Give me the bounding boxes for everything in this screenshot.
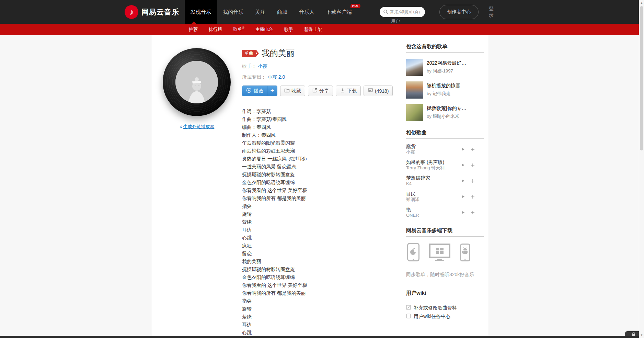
similar-song-artist[interactable]: 小霞 — [406, 149, 459, 155]
add-to-playlist-button[interactable]: + — [267, 86, 277, 96]
iphone-download-icon[interactable] — [407, 243, 419, 263]
similar-songs-section-title: 相似歌曲 — [406, 129, 484, 139]
registered-mark: ® — [242, 26, 244, 30]
similar-song-artist[interactable]: 郑润泽 — [406, 197, 459, 202]
subnav-item-new-album[interactable]: 新碟上架 — [299, 25, 327, 34]
subnav-item-artist[interactable]: 歌手 — [279, 25, 298, 34]
unlock-icon — [632, 333, 635, 336]
share-button[interactable]: 分享 — [308, 86, 333, 96]
comment-bubble-icon — [368, 88, 373, 94]
similar-song-artist[interactable]: Terry Zhong 钟天利… — [406, 165, 459, 171]
wiki-edit-song-info-link[interactable]: 补充或修改歌曲资料 — [406, 304, 484, 312]
top-nav: 发现音乐 我的音乐 关注 商城 音乐人 下载客户端 HOT — [185, 0, 358, 24]
album-link[interactable]: 小霞 2.0 — [267, 74, 285, 80]
edit-document-icon — [406, 305, 411, 311]
play-icon[interactable] — [461, 163, 465, 167]
album-cover-art — [175, 61, 218, 103]
action-buttons: 播放 + 收藏 分享 — [242, 86, 395, 96]
folder-plus-icon — [284, 88, 290, 94]
artist-link[interactable]: 小霞 — [258, 63, 267, 69]
artist-row: 歌手： 小霞 — [242, 63, 395, 69]
music-note-logo-icon: ♪ — [125, 5, 138, 19]
similar-song-title[interactable]: 目民 — [406, 191, 459, 197]
playlist-cover[interactable] — [406, 59, 423, 76]
add-icon[interactable] — [471, 147, 475, 151]
wiki-task-center-link[interactable]: 用户wiki任务中心 — [406, 312, 484, 321]
nav-item-discover[interactable]: 发现音乐 — [185, 0, 217, 24]
similar-song-artist[interactable]: K4 — [406, 181, 459, 187]
generate-external-player-link[interactable]: 生成外链播放器 — [183, 124, 214, 129]
vertical-scrollbar[interactable]: ▲ ▼ — [639, 0, 644, 338]
album-row: 所属专辑： 小霞 2.0 — [242, 74, 395, 80]
login-link[interactable]: 登录 — [489, 5, 495, 19]
similar-song-row: 蠢货 小霞 — [406, 144, 484, 155]
similar-song-artist[interactable]: ONER — [406, 213, 459, 218]
nav-item-download-client[interactable]: 下载客户端 HOT — [320, 0, 358, 24]
creator-center-button[interactable]: 创作者中心 — [439, 5, 479, 19]
nav-item-musician[interactable]: 音乐人 — [293, 0, 320, 24]
player-bar-edge[interactable] — [0, 336, 639, 338]
playlist-author[interactable]: 眼睛小的米米 — [433, 114, 459, 119]
download-icon — [340, 88, 345, 94]
album-disc — [163, 48, 231, 116]
song-credits: 作词：李蘑菇 作曲：李蘑菇/秦四风 编曲：秦四风 制作人：秦四风 — [242, 108, 395, 139]
similar-song-title[interactable]: 如果的事 (男声版) — [406, 159, 459, 165]
scrollbar-down-arrow[interactable]: ▼ — [639, 334, 644, 337]
subnav-item-toplist[interactable]: 排行榜 — [204, 25, 227, 34]
play-icon[interactable] — [461, 195, 465, 199]
sidebar: 包含这首歌的歌单 2022网易云最好… by 阿姨-1997 随机播放的惊喜 b… — [395, 35, 488, 338]
similar-song-row: 艳 ONER — [406, 207, 484, 218]
android-download-icon[interactable] — [460, 244, 470, 263]
playlist-author[interactable]: 阿姨-1997 — [433, 68, 453, 74]
similar-song-title[interactable]: 艳 — [406, 207, 459, 213]
top-header: ♪ 网易云音乐 发现音乐 我的音乐 关注 商城 音乐人 下载客户端 HOT — [0, 0, 639, 24]
play-icon[interactable] — [461, 147, 465, 151]
netease-music-song-page: ♪ 网易云音乐 发现音乐 我的音乐 关注 商城 音乐人 下载客户端 HOT — [0, 0, 644, 338]
comments-button[interactable]: (4918) — [364, 86, 393, 96]
play-icon[interactable] — [461, 211, 465, 214]
play-icon[interactable] — [461, 179, 465, 183]
similar-song-row: 如果的事 (男声版) Terry Zhong 钟天利… — [406, 159, 484, 171]
collect-button[interactable]: 收藏 — [280, 86, 305, 96]
playlist-cover[interactable] — [406, 81, 423, 99]
search-placeholder: 音乐/视频/电台/ — [390, 9, 425, 15]
playlist-title[interactable]: 拯救歌荒|你的专… — [427, 105, 467, 111]
play-button[interactable]: 播放 — [242, 86, 267, 96]
similar-song-row: 目民 郑润泽 — [406, 191, 484, 202]
song-title: 我的美丽 — [262, 48, 295, 58]
playlist-cover[interactable] — [406, 104, 423, 121]
multi-device-download-title: 网易云音乐多端下载 — [406, 227, 484, 237]
scrollbar-thumb[interactable] — [640, 6, 643, 150]
nav-item-store[interactable]: 商城 — [271, 0, 293, 24]
playlist-title[interactable]: 随机播放的惊喜 — [427, 82, 460, 89]
windows-pc-download-icon[interactable] — [429, 244, 450, 263]
add-icon[interactable] — [471, 195, 475, 199]
similar-song-title[interactable]: 梦想破碎家 — [406, 175, 459, 181]
add-icon[interactable] — [471, 163, 475, 167]
search-input[interactable]: 音乐/视频/电台/ 用户 — [380, 7, 425, 17]
sub-nav: 推荐 排行榜 歌单® 主播电台 歌手 新碟上架 — [0, 24, 639, 35]
hot-badge: HOT — [350, 4, 360, 8]
play-circle-icon — [246, 88, 252, 94]
song-lyrics: 午后温暖的阳光温柔闪耀 雨后绚烂的彩虹五彩斑斓 炎热的夏日 一丝凉风 掠过耳边 … — [242, 139, 395, 337]
playlist-item[interactable]: 随机播放的惊喜 by 记带我走 — [406, 81, 484, 99]
nav-item-my-music[interactable]: 我的音乐 — [217, 0, 249, 24]
subnav-item-recommend[interactable]: 推荐 — [184, 25, 203, 34]
download-button[interactable]: 下载 — [336, 86, 361, 96]
playlist-title[interactable]: 2022网易云最好… — [427, 60, 466, 66]
logo-text: 网易云音乐 — [141, 7, 179, 17]
add-icon[interactable] — [471, 179, 475, 183]
search-placeholder-overflow: 用户 — [391, 18, 400, 24]
playlist-author[interactable]: 记带我走 — [433, 91, 450, 96]
scrollbar-up-arrow[interactable]: ▲ — [639, 1, 644, 4]
add-icon[interactable] — [471, 211, 475, 215]
similar-song-title[interactable]: 蠢货 — [406, 144, 459, 149]
subnav-item-radio[interactable]: 主播电台 — [251, 25, 278, 34]
subnav-item-playlist[interactable]: 歌单® — [228, 25, 249, 33]
song-main: ♫生成外链播放器 单曲 我的美丽 歌手： 小霞 所属专辑： 小霞 2.0 — [151, 35, 395, 338]
similar-song-row: 梦想破碎家 K4 — [406, 175, 484, 187]
nav-item-follow[interactable]: 关注 — [249, 0, 271, 24]
playlist-item[interactable]: 2022网易云最好… by 阿姨-1997 — [406, 59, 484, 76]
playlist-item[interactable]: 拯救歌荒|你的专… by 眼睛小的米米 — [406, 104, 484, 121]
netease-logo[interactable]: ♪ 网易云音乐 — [125, 5, 179, 19]
